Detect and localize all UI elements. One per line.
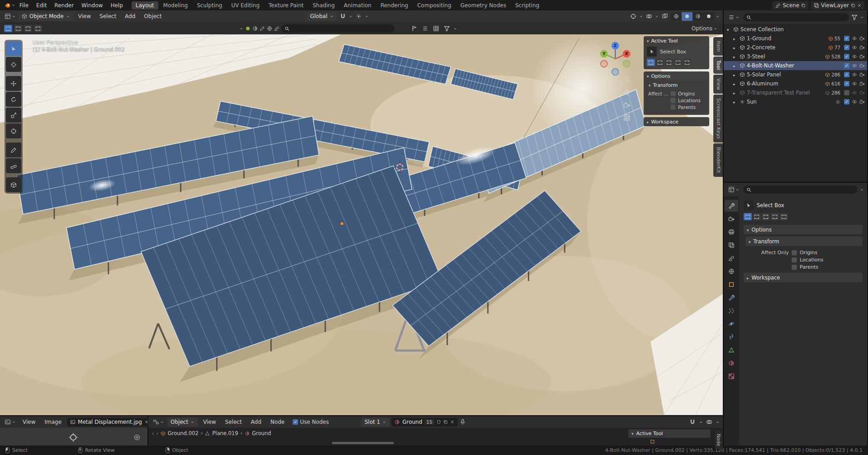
viewport-3d[interactable]: Z Y X User Perspective (1) 4-Bolt-Nut-Wa… <box>0 34 723 415</box>
asset-type-brush-icon[interactable] <box>260 26 265 31</box>
camera-icon[interactable] <box>859 81 865 86</box>
tab-physics[interactable] <box>725 318 738 330</box>
asset-search-input[interactable] <box>281 24 394 33</box>
tool-cursor[interactable] <box>6 57 21 72</box>
exclude-checkbox[interactable] <box>844 90 849 95</box>
transform-orientation-dropdown[interactable]: Global <box>307 12 337 21</box>
select-mode-intersect-button[interactable] <box>34 25 42 32</box>
workspace-panel-header[interactable]: Workspace <box>644 117 709 126</box>
eye-icon[interactable] <box>852 45 857 50</box>
tool-measure[interactable] <box>6 158 21 173</box>
viewport-canvas[interactable]: Z Y X <box>0 34 723 415</box>
gizmo-y-label[interactable]: Y <box>602 51 606 56</box>
mode-set-button[interactable] <box>744 213 752 220</box>
outliner-row-steel[interactable]: 3-Steel 528 <box>724 52 867 61</box>
filter-button[interactable] <box>442 24 451 33</box>
tab-sculpting[interactable]: Sculpting <box>193 1 226 9</box>
breadcrumb-mesh[interactable]: Plane.019 <box>212 430 238 436</box>
select-mode-set-button[interactable] <box>4 25 12 32</box>
editor-type-button[interactable] <box>3 418 17 427</box>
mode-dropdown[interactable]: Object Mode <box>19 12 73 21</box>
breadcrumb-material[interactable]: Ground <box>252 430 271 436</box>
overlays-toggle[interactable] <box>705 418 714 427</box>
outliner-row-aluminum[interactable]: 6-Aluminum 616 <box>724 79 867 88</box>
menu-file[interactable]: File <box>16 1 32 9</box>
zoom-icon[interactable] <box>623 76 631 83</box>
ortho-grid-icon[interactable] <box>623 114 631 121</box>
node-active-tool-panel-header[interactable]: Active Tool <box>628 429 711 438</box>
slot-dropdown[interactable]: Slot 1 <box>361 418 389 427</box>
snap-toggle[interactable] <box>688 418 697 427</box>
tab-rendering[interactable]: Rendering <box>376 1 412 9</box>
camera-icon[interactable] <box>859 36 865 41</box>
eye-icon[interactable] <box>852 81 857 86</box>
menu-image[interactable]: Image <box>41 418 65 426</box>
camera-icon[interactable] <box>859 99 865 104</box>
menu-view[interactable]: View <box>19 418 39 426</box>
eye-icon[interactable] <box>852 90 857 95</box>
expand-caret-icon[interactable] <box>733 62 738 69</box>
pan-hand-icon[interactable] <box>623 89 631 96</box>
tab-object-data[interactable] <box>725 344 738 356</box>
funnel-icon[interactable] <box>851 14 858 20</box>
snap-settings-chevron-icon[interactable] <box>349 14 353 19</box>
image-editor-canvas[interactable] <box>0 428 147 446</box>
options-panel-header[interactable]: Options <box>644 71 709 81</box>
expand-caret-icon[interactable] <box>733 90 738 96</box>
origins-checkbox[interactable] <box>792 250 797 256</box>
outliner-row-sun[interactable]: Sun <box>724 97 867 106</box>
tab-animation[interactable]: Animation <box>340 1 375 9</box>
menu-add[interactable]: Add <box>247 418 265 426</box>
snap-chevron-icon[interactable] <box>699 420 703 424</box>
exclude-checkbox[interactable] <box>844 99 849 104</box>
image-datablock-selector[interactable]: Metal Displacement.jpg <box>67 418 152 427</box>
camera-icon[interactable] <box>859 45 865 50</box>
tab-material[interactable] <box>725 357 738 369</box>
xray-toggle[interactable] <box>660 12 669 21</box>
show-gizmo-toggle[interactable] <box>629 12 638 21</box>
tab-shading[interactable]: Shading <box>308 1 339 9</box>
camera-icon[interactable] <box>859 54 865 59</box>
scene-selector[interactable]: Scene <box>773 1 808 9</box>
tab-texture[interactable] <box>725 370 738 382</box>
asset-type-material-icon[interactable] <box>252 26 258 31</box>
camera-view-icon[interactable] <box>623 101 631 109</box>
tab-object[interactable] <box>725 279 738 290</box>
proportional-settings-chevron-icon[interactable] <box>365 14 369 19</box>
properties-search-input[interactable] <box>743 185 858 194</box>
asset-type-hdr-icon[interactable] <box>267 26 272 31</box>
tab-tool[interactable] <box>725 200 738 212</box>
outliner-row-scene-collection[interactable]: Scene Collection <box>724 25 867 34</box>
tab-output[interactable] <box>725 226 738 238</box>
tool-scale[interactable] <box>6 108 21 123</box>
options-panel-header[interactable]: Options <box>744 225 863 234</box>
unlink-icon[interactable] <box>450 420 455 424</box>
breadcrumb-object[interactable]: Ground.002 <box>168 430 199 436</box>
outliner-row-ground[interactable]: 1-Ground 55 <box>724 34 867 43</box>
menu-edit[interactable]: Edit <box>33 1 50 9</box>
exclude-checkbox[interactable] <box>844 72 849 77</box>
outliner-row-transparent-test-panel[interactable]: 7-Transparent Test Panel 286 <box>724 88 867 97</box>
shader-type-dropdown[interactable]: Object <box>167 418 198 427</box>
filter-chevron-icon[interactable] <box>453 27 457 31</box>
users-count-badge[interactable]: 15 <box>425 419 434 425</box>
editor-type-button[interactable] <box>152 418 166 427</box>
menu-select[interactable]: Select <box>222 418 246 426</box>
menu-window[interactable]: Window <box>78 1 106 9</box>
bookmarks-button[interactable] <box>410 24 419 33</box>
tab-particles[interactable] <box>725 305 738 317</box>
camera-icon[interactable] <box>859 72 865 77</box>
tool-select-box[interactable] <box>6 41 21 56</box>
editor-type-button[interactable] <box>727 13 741 22</box>
viewlayer-selector[interactable]: ViewLayer <box>811 1 864 9</box>
asset-type-scene-icon[interactable] <box>274 26 280 31</box>
horizontal-scrollbar[interactable] <box>332 442 394 444</box>
mode-invert-button[interactable] <box>674 59 682 66</box>
shading-settings-chevron-icon[interactable] <box>716 14 720 19</box>
use-nodes-checkbox[interactable] <box>293 419 298 425</box>
active-tool-icon[interactable] <box>744 200 754 210</box>
sidebar-tab-blenderkit[interactable]: BlenderKit <box>713 143 723 177</box>
mode-subtract-button[interactable] <box>665 59 673 66</box>
tab-scripting[interactable]: Scripting <box>511 1 543 9</box>
shading-rendered-button[interactable] <box>703 12 714 21</box>
